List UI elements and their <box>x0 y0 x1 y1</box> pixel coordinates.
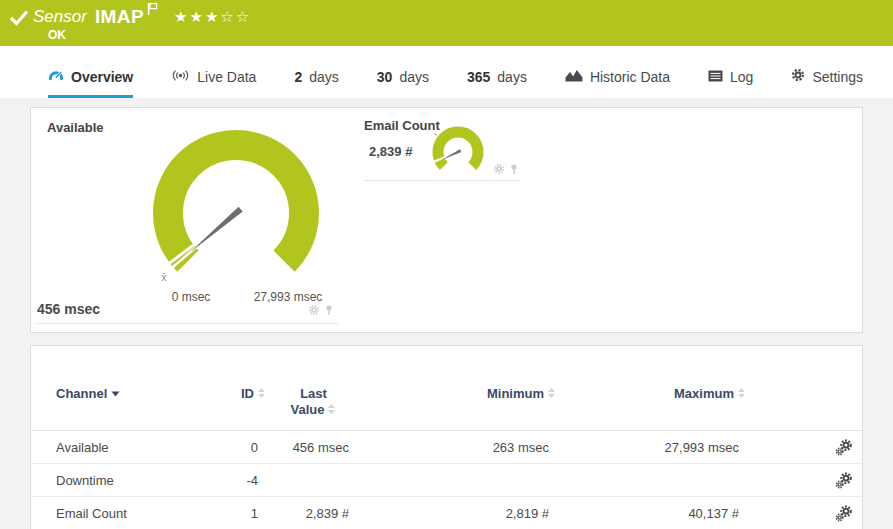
channel-name-cell: Email Count <box>31 497 206 529</box>
column-header-minimum[interactable]: Minimum <box>361 346 561 431</box>
tab-historic-data-label: Historic Data <box>590 69 670 85</box>
log-list-icon <box>708 69 723 85</box>
channel-id-cell: -4 <box>206 464 266 497</box>
gear-icon <box>791 68 805 85</box>
tab-overview-label: Overview <box>71 69 133 85</box>
mean-marker: x̄ <box>162 272 167 283</box>
sensor-name: IMAP <box>95 6 144 28</box>
gauge-min-label: 0 msec <box>151 290 231 304</box>
column-header-last-value-label: Last Value <box>291 386 327 417</box>
table-row: Downtime -4 <box>31 464 862 497</box>
sensor-header: Sensor IMAP ★★★☆☆ OK <box>0 0 893 46</box>
column-header-actions <box>751 346 862 431</box>
available-gauge-value: 456 msec <box>37 301 100 317</box>
tab-2-days-label: days <box>309 69 339 85</box>
channel-minimum-cell: 2,819 # <box>361 497 561 529</box>
column-header-last-value[interactable]: Last Value <box>266 346 361 431</box>
channel-maximum-cell: 40,137 # <box>561 497 751 529</box>
channel-last-value-cell <box>266 464 361 497</box>
channel-minimum-cell <box>361 464 561 497</box>
available-gauge-block[interactable]: Available x̄ 0 msec 27,993 msec 456 msec <box>37 114 338 324</box>
channel-name-cell: Downtime <box>31 464 206 497</box>
gears-icon[interactable] <box>835 504 852 519</box>
channel-last-value-cell: 2,839 # <box>266 497 361 529</box>
email-count-gauge-block[interactable]: Email Count 2,839 # <box>364 114 521 181</box>
tab-365-days-number: 365 <box>467 69 490 85</box>
tab-365-days-label: days <box>497 69 527 85</box>
tab-live-data-label: Live Data <box>197 69 256 85</box>
gauge-needle <box>189 207 243 254</box>
gauges-panel: Available x̄ 0 msec 27,993 msec 456 msec <box>30 107 863 333</box>
sensor-status-badge: OK <box>48 28 66 42</box>
sort-chevrons-icon <box>257 387 266 399</box>
channel-name-cell: Available <box>31 431 206 464</box>
tab-live-data[interactable]: Live Data <box>171 69 256 98</box>
column-header-channel-label: Channel <box>56 386 107 401</box>
stars-filled: ★★★ <box>174 8 220 25</box>
sensor-title-row: Sensor IMAP ★★★☆☆ <box>33 4 251 30</box>
pin-icon[interactable] <box>509 161 519 179</box>
priority-star-rating[interactable]: ★★★☆☆ <box>174 8 251 26</box>
column-header-id[interactable]: ID <box>206 346 266 431</box>
tab-settings[interactable]: Settings <box>791 68 863 98</box>
gear-icon[interactable] <box>308 302 320 320</box>
email-count-gauge-value: 2,839 # <box>369 144 412 159</box>
tab-2-days[interactable]: 2 days <box>294 69 338 98</box>
channel-maximum-cell <box>561 464 751 497</box>
pin-icon[interactable] <box>324 302 334 320</box>
tab-log-label: Log <box>730 69 753 85</box>
gauge-needle <box>441 149 462 160</box>
tab-settings-label: Settings <box>812 69 863 85</box>
channel-actions-cell <box>751 431 862 464</box>
tab-log[interactable]: Log <box>708 69 753 98</box>
stars-empty: ☆☆ <box>220 8 251 25</box>
available-gauge[interactable]: x̄ <box>136 128 336 298</box>
column-header-maximum[interactable]: Maximum <box>561 346 751 431</box>
gears-icon[interactable] <box>835 471 852 486</box>
sort-chevrons-icon <box>327 403 336 415</box>
channel-id-cell: 1 <box>206 497 266 529</box>
tab-30-days-label: days <box>399 69 429 85</box>
channel-minimum-cell: 263 msec <box>361 431 561 464</box>
channels-table-panel: Channel ID Last Value Minimum Maximum <box>30 345 863 529</box>
gauge-hover-actions <box>493 161 519 179</box>
sort-chevrons-icon <box>547 387 556 399</box>
table-header-row: Channel ID Last Value Minimum Maximum <box>31 346 862 431</box>
available-gauge-title: Available <box>47 120 104 135</box>
channels-table: Channel ID Last Value Minimum Maximum <box>31 346 862 529</box>
tab-historic-data[interactable]: Historic Data <box>565 69 670 98</box>
channel-actions-cell <box>751 497 862 529</box>
sensor-kind-label: Sensor <box>33 7 87 27</box>
flag-icon[interactable] <box>147 2 158 20</box>
column-header-minimum-label: Minimum <box>487 386 544 401</box>
sort-chevrons-icon <box>737 387 746 399</box>
channel-actions-cell <box>751 464 862 497</box>
sensor-page: Sensor IMAP ★★★☆☆ OK Overview <box>0 0 893 529</box>
tab-bar: Overview Live Data 2 days 30 days 365 <box>0 46 893 98</box>
tab-2-days-number: 2 <box>294 69 302 85</box>
column-header-id-label: ID <box>241 386 254 401</box>
channel-last-value-cell: 456 msec <box>266 431 361 464</box>
gauge-icon <box>48 68 64 85</box>
check-icon <box>9 9 29 31</box>
broadcast-icon <box>171 69 190 85</box>
table-row: Available 0 456 msec 263 msec 27,993 mse… <box>31 431 862 464</box>
gears-icon[interactable] <box>835 438 852 453</box>
gauge-hover-actions <box>308 302 334 320</box>
channel-id-cell: 0 <box>206 431 266 464</box>
tab-365-days[interactable]: 365 days <box>467 69 527 98</box>
table-row: Email Count 1 2,839 # 2,819 # 40,137 # <box>31 497 862 529</box>
tab-30-days[interactable]: 30 days <box>377 69 429 98</box>
sort-caret-down-icon <box>111 391 120 397</box>
column-header-maximum-label: Maximum <box>674 386 734 401</box>
tab-30-days-number: 30 <box>377 69 393 85</box>
column-header-channel[interactable]: Channel <box>31 346 206 431</box>
gear-icon[interactable] <box>493 161 505 179</box>
channel-maximum-cell: 27,993 msec <box>561 431 751 464</box>
tab-overview[interactable]: Overview <box>48 68 133 98</box>
email-count-gauge[interactable] <box>428 125 488 185</box>
area-chart-icon <box>565 69 583 85</box>
